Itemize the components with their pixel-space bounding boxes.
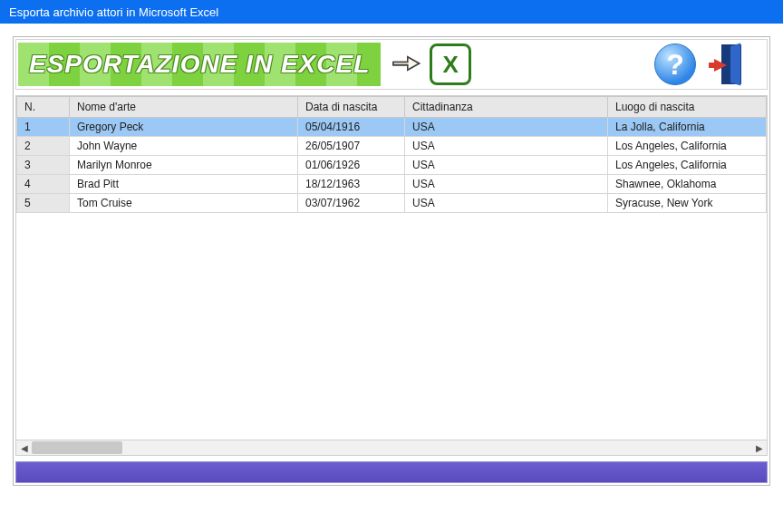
help-icon: ?	[666, 48, 684, 82]
cell-n: 5	[17, 194, 70, 213]
table-row[interactable]: 3Marilyn Monroe01/06/1926USALos Angeles,…	[17, 156, 767, 175]
cell-nome: Marilyn Monroe	[70, 156, 298, 175]
col-header-n[interactable]: N.	[17, 97, 70, 118]
cell-luogo: Los Angeles, California	[608, 156, 767, 175]
content-frame: ESPORTAZIONE IN EXCEL X ?	[13, 36, 770, 486]
table-row[interactable]: 4Brad Pitt18/12/1963USAShawnee, Oklahoma	[17, 175, 767, 194]
cell-luogo: Syracuse, New York	[608, 194, 767, 213]
export-excel-button[interactable]: X	[430, 44, 471, 85]
table-header-row: N. Nome d'arte Data di nascita Cittadina…	[17, 97, 767, 118]
cell-citt: USA	[405, 137, 608, 156]
cell-data: 01/06/1926	[298, 156, 405, 175]
window-title: Esporta archivio attori in Microsoft Exc…	[9, 5, 218, 19]
toolbar: ESPORTAZIONE IN EXCEL X ?	[15, 39, 768, 90]
pointing-hand-icon	[390, 49, 424, 81]
scroll-thumb[interactable]	[32, 441, 122, 454]
progress-bar	[15, 461, 768, 483]
excel-icon: X	[443, 51, 459, 79]
cell-n: 1	[17, 118, 70, 137]
cell-n: 3	[17, 156, 70, 175]
banner-text: ESPORTAZIONE IN EXCEL	[29, 50, 370, 79]
window-titlebar: Esporta archivio attori in Microsoft Exc…	[0, 0, 783, 24]
cell-nome: Gregory Peck	[70, 118, 298, 137]
cell-nome: Brad Pitt	[70, 175, 298, 194]
col-header-citt[interactable]: Cittadinanza	[405, 97, 608, 118]
cell-citt: USA	[405, 156, 608, 175]
export-banner: ESPORTAZIONE IN EXCEL	[18, 43, 381, 86]
help-button[interactable]: ?	[654, 44, 696, 85]
col-header-luogo[interactable]: Luogo di nascita	[608, 97, 767, 118]
scroll-right-button[interactable]: ▶	[751, 440, 767, 456]
cell-luogo: Los Angeles, California	[608, 137, 767, 156]
cell-n: 2	[17, 137, 70, 156]
cell-nome: John Wayne	[70, 137, 298, 156]
col-header-data[interactable]: Data di nascita	[298, 97, 405, 118]
col-header-nome[interactable]: Nome d'arte	[70, 97, 298, 118]
cell-luogo: Shawnee, Oklahoma	[608, 175, 767, 194]
cell-citt: USA	[405, 194, 608, 213]
exit-button[interactable]	[714, 43, 756, 86]
cell-citt: USA	[405, 118, 608, 137]
table-row[interactable]: 2John Wayne26/05/1907USALos Angeles, Cal…	[17, 137, 767, 156]
cell-data: 26/05/1907	[298, 137, 405, 156]
cell-data: 18/12/1963	[298, 175, 405, 194]
cell-nome: Tom Cruise	[70, 194, 298, 213]
table-row[interactable]: 1Gregory Peck05/04/1916USALa Jolla, Cali…	[17, 118, 767, 137]
cell-data: 03/07/1962	[298, 194, 405, 213]
cell-n: 4	[17, 175, 70, 194]
cell-luogo: La Jolla, California	[608, 118, 767, 137]
cell-citt: USA	[405, 175, 608, 194]
data-grid[interactable]: N. Nome d'arte Data di nascita Cittadina…	[15, 95, 768, 456]
cell-data: 05/04/1916	[298, 118, 405, 137]
scroll-left-button[interactable]: ◀	[16, 440, 32, 456]
horizontal-scrollbar[interactable]: ◀ ▶	[16, 440, 767, 455]
scroll-track[interactable]	[32, 440, 751, 455]
table-row[interactable]: 5Tom Cruise03/07/1962USASyracuse, New Yo…	[17, 194, 767, 213]
